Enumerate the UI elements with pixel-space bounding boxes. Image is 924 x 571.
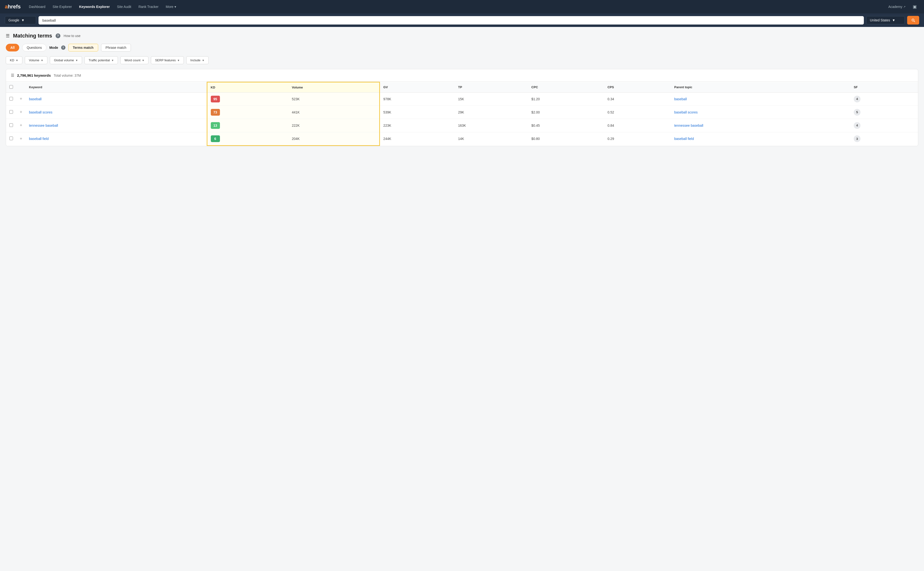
parent-topic-link[interactable]: baseball field bbox=[674, 137, 694, 140]
search-button[interactable] bbox=[907, 16, 919, 25]
nav-rank-tracker[interactable]: Rank Tracker bbox=[135, 3, 161, 10]
row-cps-cell: 0.84 bbox=[604, 119, 671, 132]
filter-kd[interactable]: KD ▼ bbox=[6, 56, 22, 64]
country-label: United States bbox=[870, 18, 890, 22]
row-checkbox[interactable] bbox=[9, 123, 13, 127]
row-cpc-cell: $2.00 bbox=[528, 105, 604, 119]
row-volume-cell: 204K bbox=[288, 132, 380, 145]
monitor-icon[interactable]: ▣ bbox=[910, 3, 919, 11]
filter-traffic-potential[interactable]: Traffic potential ▼ bbox=[84, 56, 118, 64]
main-content: ☰ Matching terms ? How to use All Questi… bbox=[0, 27, 924, 146]
filter-serp-features[interactable]: SERP features ▼ bbox=[151, 56, 184, 64]
nav-site-audit[interactable]: Site Audit bbox=[114, 3, 134, 10]
add-keyword-button[interactable]: + bbox=[20, 123, 22, 128]
row-kd-cell: 95 bbox=[207, 92, 288, 105]
how-to-use-link[interactable]: How to use bbox=[64, 34, 80, 38]
row-tp-cell: 15K bbox=[455, 92, 528, 105]
parent-topic-link[interactable]: baseball bbox=[674, 97, 687, 101]
col-header-tp[interactable]: TP bbox=[455, 82, 528, 93]
tp-chevron-icon: ▼ bbox=[111, 59, 114, 62]
filter-word-count[interactable]: Word count ▼ bbox=[120, 56, 149, 64]
kd-badge: 73 bbox=[211, 109, 220, 116]
row-gv-cell: 978K bbox=[380, 92, 455, 105]
nav-site-explorer[interactable]: Site Explorer bbox=[50, 3, 75, 10]
add-keyword-button[interactable]: + bbox=[20, 110, 22, 114]
nav-more[interactable]: More ▾ bbox=[163, 3, 179, 10]
row-keyword-cell: baseball field bbox=[26, 132, 207, 145]
col-header-cpc[interactable]: CPC bbox=[528, 82, 604, 93]
col-header-volume[interactable]: Volume bbox=[288, 82, 380, 93]
page-title: Matching terms bbox=[13, 33, 52, 39]
row-keyword-cell: tennessee baseball bbox=[26, 119, 207, 132]
nav-academy[interactable]: Academy ↗ bbox=[885, 3, 909, 10]
parent-topic-link[interactable]: tennessee baseball bbox=[674, 123, 703, 127]
sf-badge: 5 bbox=[854, 109, 861, 116]
mode-terms-match[interactable]: Terms match bbox=[68, 44, 98, 51]
mode-help-icon[interactable]: ? bbox=[61, 45, 65, 50]
row-checkbox[interactable] bbox=[9, 97, 13, 100]
col-header-gv[interactable]: GV bbox=[380, 82, 455, 93]
parent-topic-link[interactable]: baseball scores bbox=[674, 110, 698, 114]
table-row: + baseball scores 73 441K 539K 29K $2.00… bbox=[6, 105, 918, 119]
page-help-icon[interactable]: ? bbox=[56, 33, 60, 38]
add-keyword-button[interactable]: + bbox=[20, 96, 22, 101]
select-all-checkbox[interactable] bbox=[9, 85, 13, 89]
table-column-headers: Keyword KD Volume GV TP CPC CPS Parent t… bbox=[6, 82, 918, 93]
sf-badge: 4 bbox=[854, 122, 861, 129]
country-arrow-icon: ▼ bbox=[892, 18, 895, 22]
mode-phrase-match[interactable]: Phrase match bbox=[101, 44, 131, 51]
page-header: ☰ Matching terms ? How to use bbox=[6, 33, 918, 39]
logo-hrefs: hrefs bbox=[8, 4, 21, 10]
keywords-table-section: ☰ 2,796,961 keywords Total volume: 37M K… bbox=[6, 69, 918, 146]
add-keyword-button[interactable]: + bbox=[20, 136, 22, 141]
col-header-keyword[interactable]: Keyword bbox=[26, 82, 207, 93]
keyword-link[interactable]: baseball bbox=[29, 97, 42, 101]
sidebar-toggle[interactable]: ☰ bbox=[6, 33, 9, 39]
row-checkbox[interactable] bbox=[9, 110, 13, 114]
row-add-cell: + bbox=[16, 132, 26, 145]
top-navigation: a hrefs Dashboard Site Explorer Keywords… bbox=[0, 0, 924, 14]
row-checkbox-cell bbox=[6, 132, 16, 145]
filter-all[interactable]: All bbox=[6, 44, 19, 51]
nav-keywords-explorer[interactable]: Keywords Explorer bbox=[76, 3, 113, 10]
row-gv-cell: 223K bbox=[380, 119, 455, 132]
filter-volume[interactable]: Volume ▼ bbox=[25, 56, 47, 64]
row-volume-cell: 441K bbox=[288, 105, 380, 119]
filter-global-volume[interactable]: Global volume ▼ bbox=[50, 56, 82, 64]
row-keyword-cell: baseball bbox=[26, 92, 207, 105]
row-checkbox[interactable] bbox=[9, 137, 13, 140]
logo[interactable]: a hrefs bbox=[5, 4, 21, 10]
search-bar: Google ▼ United States ▼ bbox=[0, 14, 924, 27]
nav-dashboard[interactable]: Dashboard bbox=[26, 3, 48, 10]
keywords-table: Keyword KD Volume GV TP CPC CPS Parent t… bbox=[6, 82, 918, 146]
col-header-sf[interactable]: SF bbox=[850, 82, 918, 93]
col-header-cps[interactable]: CPS bbox=[604, 82, 671, 93]
row-add-cell: + bbox=[16, 119, 26, 132]
nav-right: Academy ↗ ▣ bbox=[885, 3, 919, 11]
row-sf-cell: 4 bbox=[850, 92, 918, 105]
search-input[interactable] bbox=[39, 16, 864, 25]
table-menu-icon[interactable]: ☰ bbox=[11, 73, 14, 78]
keyword-link[interactable]: baseball field bbox=[29, 137, 49, 140]
row-sf-cell: 4 bbox=[850, 119, 918, 132]
column-filters: KD ▼ Volume ▼ Global volume ▼ Traffic po… bbox=[6, 56, 918, 64]
row-cpc-cell: $0.80 bbox=[528, 132, 604, 145]
filter-include[interactable]: Include ▼ bbox=[186, 56, 209, 64]
filter-questions[interactable]: Questions bbox=[22, 44, 46, 51]
keyword-link[interactable]: baseball scores bbox=[29, 110, 53, 114]
engine-select[interactable]: Google ▼ bbox=[5, 16, 36, 24]
row-checkbox-cell bbox=[6, 119, 16, 132]
row-cpc-cell: $0.45 bbox=[528, 119, 604, 132]
col-header-kd[interactable]: KD bbox=[207, 82, 288, 93]
keyword-link[interactable]: tennessee baseball bbox=[29, 123, 58, 127]
country-select[interactable]: United States ▼ bbox=[866, 16, 905, 24]
engine-arrow-icon: ▼ bbox=[21, 18, 25, 22]
row-add-cell: + bbox=[16, 92, 26, 105]
row-parent-topic-cell: baseball bbox=[671, 92, 850, 105]
row-add-cell: + bbox=[16, 105, 26, 119]
col-header-parent-topic[interactable]: Parent topic bbox=[671, 82, 850, 93]
row-tp-cell: 14K bbox=[455, 132, 528, 145]
col-header-add bbox=[16, 82, 26, 93]
row-parent-topic-cell: baseball scores bbox=[671, 105, 850, 119]
kd-badge: 6 bbox=[211, 135, 220, 142]
